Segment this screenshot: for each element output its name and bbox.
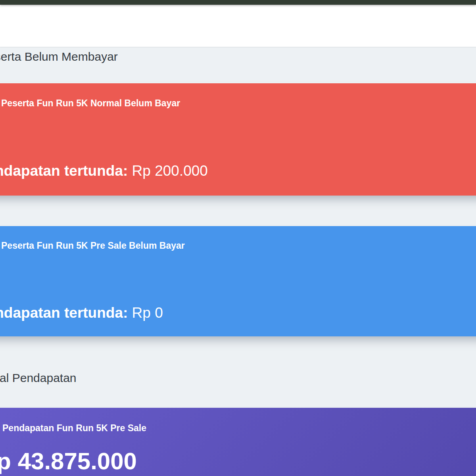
pending-revenue-line: Pendapatan tertunda: Rp 0: [0, 304, 476, 322]
pending-revenue-value: Rp 0: [128, 305, 163, 321]
card-title-presale-unpaid: Peserta Fun Run 5K Pre Sale Belum Bayar: [1, 240, 476, 251]
pending-revenue-label: Pendapatan tertunda:: [0, 163, 128, 179]
pending-revenue-line: Pendapatan tertunda: Rp 200.000: [0, 162, 476, 180]
app-header: [0, 5, 476, 47]
card-title-normal-unpaid: Peserta Fun Run 5K Normal Belum Bayar: [1, 98, 476, 109]
stat-card-presale-revenue: Pendapatan Fun Run 5K Pre Sale Rp 43.875…: [0, 408, 476, 476]
pending-revenue-value: Rp 200.000: [128, 163, 208, 179]
total-revenue-value: Rp 43.875.000: [0, 449, 476, 474]
dashboard-content: Peserta Belum Membayar Peserta Fun Run 5…: [0, 50, 476, 476]
section-heading-revenue: Total Pendapatan: [0, 371, 476, 385]
card-title-presale-revenue: Pendapatan Fun Run 5K Pre Sale: [2, 423, 476, 434]
section-heading-unpaid: Peserta Belum Membayar: [0, 50, 476, 63]
pending-revenue-label: Pendapatan tertunda:: [0, 305, 128, 321]
stat-card-presale-unpaid: Peserta Fun Run 5K Pre Sale Belum Bayar …: [0, 226, 476, 336]
stat-card-normal-unpaid: Peserta Fun Run 5K Normal Belum Bayar Pe…: [0, 83, 476, 196]
top-statusbar: [0, 0, 476, 5]
